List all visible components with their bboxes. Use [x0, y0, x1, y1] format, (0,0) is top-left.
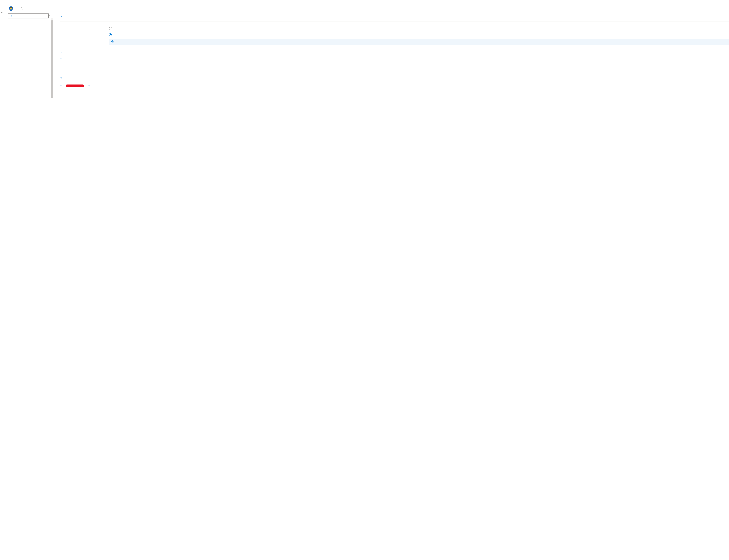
plus-icon: ＋	[60, 84, 63, 88]
add-firewall-rule-button[interactable]: ＋	[88, 84, 92, 88]
sidebar: « ▴	[5, 12, 53, 98]
redacted-ip	[66, 85, 84, 87]
svg-rect-0	[10, 8, 12, 9]
radio-selected-networks[interactable]	[109, 32, 729, 37]
favorite-star-icon[interactable]: ☆	[20, 6, 23, 10]
info-banner	[109, 39, 729, 45]
firewall-description: ▢	[60, 76, 729, 80]
sidebar-search[interactable]	[8, 13, 49, 18]
chevron-right-icon: ›	[8, 1, 8, 4]
feedback-button[interactable]	[60, 15, 729, 21]
external-link-icon: ▢	[60, 51, 62, 53]
search-input[interactable]	[13, 15, 47, 17]
page-header: | ☆ ⋯	[0, 5, 729, 12]
radio-icon	[109, 27, 112, 30]
plus-icon: ＋	[88, 84, 91, 88]
sql-server-shield-icon	[8, 6, 14, 11]
collapse-sidebar-icon[interactable]: «	[49, 14, 50, 17]
add-vnet-rule-button[interactable]: ＋	[60, 57, 729, 61]
plus-icon: ＋	[60, 57, 63, 61]
search-icon	[10, 14, 12, 17]
breadcrumb: › ›	[0, 0, 729, 5]
external-link-icon: ▢	[60, 77, 62, 79]
svg-rect-6	[112, 41, 113, 42]
feedback-icon	[60, 15, 63, 19]
svg-point-3	[60, 16, 61, 17]
add-client-ip-button[interactable]: ＋	[60, 84, 84, 88]
vnet-description: ▢	[60, 50, 729, 54]
svg-point-5	[112, 41, 113, 41]
main-content: ▢ ＋ ▢ ＋ ＋	[53, 12, 729, 98]
svg-point-1	[10, 15, 11, 16]
svg-line-2	[11, 16, 12, 17]
info-icon	[111, 40, 114, 43]
more-actions-icon[interactable]: ⋯	[25, 7, 29, 10]
public-access-radio-group	[60, 26, 729, 45]
radio-checked-icon	[109, 33, 112, 36]
page-title: |	[16, 6, 18, 11]
vnet-table-header	[60, 65, 729, 70]
expand-chevron-icon[interactable]: »	[1, 11, 3, 14]
vnet-learn-more-link[interactable]: ▢	[60, 51, 62, 54]
chevron-right-icon: ›	[4, 1, 5, 4]
sidebar-scrollbar[interactable]: ▴	[51, 18, 53, 98]
radio-disable[interactable]	[109, 26, 729, 32]
scrollbar-thumb[interactable]	[51, 20, 53, 98]
firewall-learn-more-link[interactable]: ▢	[60, 76, 62, 79]
